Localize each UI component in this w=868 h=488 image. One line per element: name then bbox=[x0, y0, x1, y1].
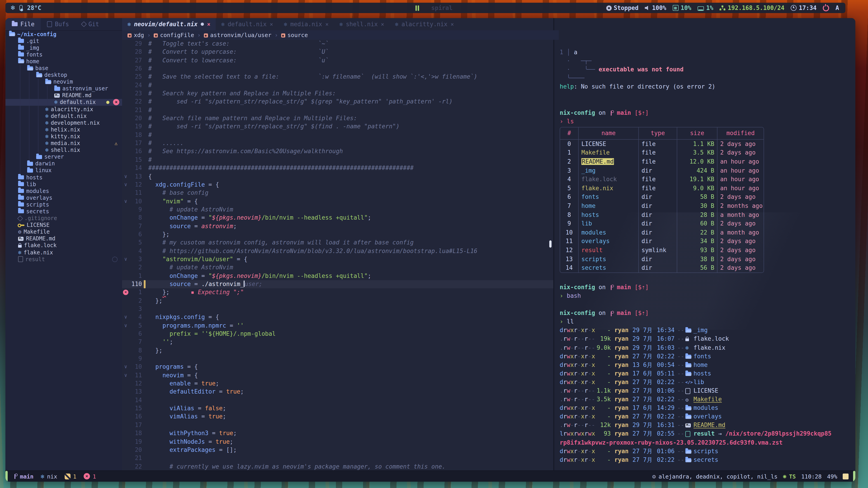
tree-item-default.nix[interactable]: ❄default.nix bbox=[5, 112, 122, 119]
breadcrumb-configFile[interactable]: configFile bbox=[154, 32, 194, 38]
tree-item-README.md[interactable]: M↓README.md bbox=[5, 92, 122, 99]
code-line[interactable]: ∨13{ bbox=[122, 172, 553, 181]
code-line[interactable]: 11 # base config bbox=[122, 189, 553, 197]
tree-item-flake.lock[interactable]: flake.lock bbox=[5, 242, 122, 249]
code-line[interactable]: 20# Search file name pattern and Replace… bbox=[122, 114, 553, 123]
tree-item-_img[interactable]: _img bbox=[5, 44, 122, 51]
tree-item-.gitignore[interactable]: .gitignore bbox=[5, 215, 122, 222]
code-line[interactable]: 1 onChange = "${pkgs.neovim}/bin/nvim --… bbox=[122, 272, 553, 280]
tree-item-flake.nix[interactable]: ❄flake.nix bbox=[5, 249, 122, 256]
code-line[interactable]: 5 # my cusotom astronvim config, astronv… bbox=[122, 239, 553, 247]
tree-item-~/nix-config[interactable]: ~/nix-config bbox=[5, 31, 122, 37]
close-buffer-icon[interactable]: × bbox=[270, 21, 273, 27]
close-buffer-icon[interactable]: × bbox=[451, 21, 454, 27]
tree-item-astronvim_user[interactable]: astronvim_user bbox=[5, 86, 122, 92]
code-line[interactable]: 6 }; bbox=[122, 230, 553, 239]
indicator-A[interactable]: A bbox=[835, 4, 839, 11]
code-line[interactable]: 23# Search key pattern and Replace in Mu… bbox=[122, 90, 553, 98]
buffer-tab-neovim/default.nix[interactable]: ❄neovim/default.nix× bbox=[122, 18, 216, 30]
code-line[interactable]: 21# bbox=[122, 106, 553, 115]
editor-scrollbar-thumb[interactable] bbox=[549, 240, 552, 248]
tree-item-Makefile[interactable]: ⚙Makefile bbox=[5, 228, 122, 235]
code-line[interactable]: 2 # update AstroNvim bbox=[122, 264, 553, 272]
tree-item-shell.nix[interactable]: ❄shell.nix bbox=[5, 147, 122, 153]
code-line[interactable]: 25# Save the selected text to a file: `:… bbox=[122, 73, 553, 81]
code-line[interactable]: ∨11 neovim = { bbox=[122, 371, 553, 380]
code-line[interactable]: 3 bbox=[122, 305, 553, 313]
code-line[interactable]: 4 # https://github.com/AstroNvim/AstroNv… bbox=[122, 247, 553, 255]
tree-item-scripts[interactable]: scripts bbox=[5, 201, 122, 208]
close-buffer-icon[interactable]: × bbox=[207, 21, 210, 27]
tree-item-desktop[interactable]: desktop bbox=[5, 72, 122, 78]
explorer-tab-git[interactable]: Git bbox=[75, 18, 105, 30]
close-file-icon[interactable]: × bbox=[113, 99, 119, 105]
code-line[interactable]: 18 withPython3 = true; bbox=[122, 429, 553, 437]
code-line[interactable]: 15 viAlias = false; bbox=[122, 404, 553, 413]
tree-item-lib[interactable]: lib bbox=[5, 181, 122, 188]
buffer-tab-default.nix[interactable]: ❄default.nix× bbox=[216, 18, 278, 30]
code-line[interactable]: 26# bbox=[122, 65, 553, 73]
tree-item-secrets[interactable]: secrets bbox=[5, 208, 122, 215]
code-line[interactable]: 18# bbox=[122, 131, 553, 139]
code-line[interactable]: 20 extraPackages = []; bbox=[122, 446, 553, 454]
explorer-tab-file[interactable]: File bbox=[5, 18, 41, 30]
code-line[interactable]: 24# bbox=[122, 81, 553, 90]
breadcrumb-astronvim/lua/user[interactable]: astronvim/lua/user bbox=[204, 32, 272, 38]
code-line[interactable]: 12 enable = true; bbox=[122, 380, 553, 388]
close-buffer-icon[interactable]: × bbox=[325, 21, 329, 27]
git-branch-segment[interactable]: main bbox=[13, 473, 33, 480]
error-count-segment[interactable]: × 1 bbox=[84, 473, 96, 480]
breadcrumb-source[interactable]: source bbox=[281, 32, 308, 38]
tree-item-server[interactable]: server bbox=[5, 153, 122, 160]
code-line[interactable]: ∨12 xdg.configFile = { bbox=[122, 181, 553, 189]
indicator-192.168.5.100/24[interactable]: 192.168.5.100/24 bbox=[720, 4, 784, 11]
indicator-10%[interactable]: 10% bbox=[673, 4, 691, 11]
tree-item-darwin[interactable]: darwin bbox=[5, 160, 122, 167]
editor-code-area[interactable]: 29# Toggle text's case: `~`28# Convert t… bbox=[122, 40, 553, 471]
code-line[interactable]: 16# See https://astronvim.com/Basic%20Us… bbox=[122, 148, 553, 156]
terminal-split[interactable]: 1 │ a · ─┬─ · ╰── executable was not fou… bbox=[554, 18, 855, 471]
code-line[interactable]: 14######################################… bbox=[122, 164, 553, 172]
code-line[interactable]: 13 defaultEditor = true; bbox=[122, 388, 553, 396]
code-line[interactable]: 29# Toggle text's case: `~` bbox=[122, 40, 553, 48]
code-line[interactable]: ∨10 "nvim" = { bbox=[122, 197, 553, 205]
code-line[interactable]: 9 bbox=[122, 355, 553, 363]
buffer-tab-alacritty.nix[interactable]: ❄alacritty.nix× bbox=[390, 18, 459, 30]
code-line[interactable]: 19 withNodeJs = true; bbox=[122, 437, 553, 446]
tree-item-media.nix[interactable]: ❄media.nix⚠ bbox=[5, 140, 122, 147]
tree-item-base[interactable]: base bbox=[5, 65, 122, 72]
code-line[interactable]: 22# sed -ri "s/pattern_str/replace_str/g… bbox=[122, 98, 553, 106]
code-line[interactable]: 8 }; bbox=[122, 346, 553, 355]
tree-item-result[interactable]: result bbox=[5, 256, 122, 263]
code-line[interactable]: 8 onChange = "${pkgs.neovim}/bin/nvim --… bbox=[122, 214, 553, 222]
code-line[interactable]: 17 bbox=[122, 421, 553, 429]
code-line[interactable]: ×1 }; ▪ Expecting ";" bbox=[122, 289, 553, 297]
code-line[interactable]: ∨3 "astronvim/lua/user" = { bbox=[122, 255, 553, 264]
code-line[interactable]: 2 }; bbox=[122, 297, 553, 305]
code-line[interactable]: 28# Convert to uppercase: `U` bbox=[122, 48, 553, 57]
code-line[interactable]: 22 # currently we use lazy.nvim as neovi… bbox=[122, 462, 553, 471]
tree-item-hosts[interactable]: hosts bbox=[5, 174, 122, 181]
code-line[interactable]: 110 source = ./astronvim_user; bbox=[122, 280, 553, 289]
indicator-Stopped[interactable]: Stopped bbox=[606, 4, 639, 11]
code-line[interactable]: 9 # update AstroNvim bbox=[122, 205, 553, 214]
tree-item-.git[interactable]: .git bbox=[5, 37, 122, 44]
indicator-100%[interactable]: 100% bbox=[645, 4, 666, 11]
code-line[interactable]: 15# bbox=[122, 156, 553, 164]
tree-item-kitty.nix[interactable]: ❄kitty.nix bbox=[5, 133, 122, 140]
close-buffer-icon[interactable]: × bbox=[381, 21, 384, 27]
code-line[interactable]: 16 vimAlias = true; bbox=[122, 413, 553, 421]
code-line[interactable]: 7 source = astronvim; bbox=[122, 222, 553, 230]
buffer-tab-shell.nix[interactable]: ❄shell.nix× bbox=[334, 18, 390, 30]
indicator-power[interactable] bbox=[823, 5, 829, 11]
tree-item-linux[interactable]: linux bbox=[5, 167, 122, 174]
code-line[interactable]: ∨10 programs = { bbox=[122, 363, 553, 371]
code-line[interactable]: 14 bbox=[122, 396, 553, 404]
buffer-tab-media.nix[interactable]: ❄media.nix× bbox=[278, 18, 334, 30]
indicator-1%[interactable]: 1% bbox=[698, 4, 713, 11]
tree-item-default.nix[interactable]: ❄default.nix× bbox=[5, 99, 122, 106]
tree-item-overlays[interactable]: overlays bbox=[5, 195, 122, 201]
breadcrumb-xdg[interactable]: xdg bbox=[127, 32, 144, 38]
explorer-tab-bufs[interactable]: Bufs bbox=[41, 18, 75, 30]
code-line[interactable]: ∨4 nixpkgs.config = { bbox=[122, 313, 553, 322]
